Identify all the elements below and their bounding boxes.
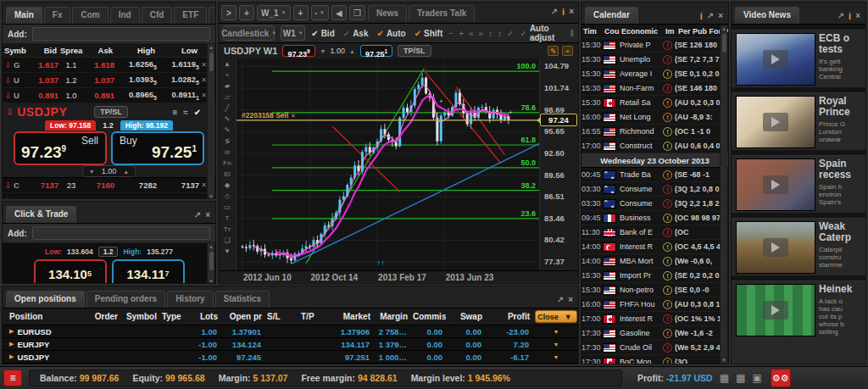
price-chart[interactable]: 100.078.661.850.038.223.6#2203158 Sell✕↑… — [236, 58, 541, 270]
watchlist-tab-ind[interactable]: Ind — [110, 7, 140, 24]
volume-up-icon[interactable]: ▲ — [123, 169, 129, 175]
text2-icon[interactable]: Tт — [224, 225, 231, 235]
toggle-ask[interactable]: ✓Ask — [343, 29, 369, 38]
zoom-icon-2[interactable]: « — [469, 29, 474, 38]
positions-col-margin[interactable]: Margin — [373, 312, 410, 321]
scroll-up-icon[interactable]: ▲ — [209, 45, 214, 50]
positions-col-market[interactable]: Market — [329, 312, 373, 321]
sell-button[interactable]: 134.105 — [34, 259, 107, 284]
calendar-row[interactable]: 17:30BoC Mon!(3Q — [581, 355, 728, 364]
col-low[interactable]: Low — [157, 46, 199, 55]
calendar-row[interactable]: 15:30Private P!(SE 126 180 1: — [581, 38, 728, 53]
info-icon[interactable]: i — [562, 7, 565, 17]
watchlist-row[interactable]: ⇩U0.8911.00.8910.896550.89111✕ — [3, 88, 215, 103]
position-row[interactable]: ▶USDJPY-1.0097.24597.2511 000…0.000.00-6… — [3, 351, 578, 364]
close-icon[interactable]: × — [569, 7, 574, 17]
click-trade-add-input[interactable] — [32, 226, 210, 240]
watchlist-add-input[interactable] — [32, 27, 210, 41]
calendar-row[interactable]: 03:30Consume!(3Q 2,2 1,8 2, — [581, 197, 728, 211]
positions-col-swap[interactable]: Swap — [446, 312, 485, 321]
play-icon[interactable] — [763, 113, 788, 131]
add-chart-button[interactable]: + — [239, 5, 254, 20]
divider-handle[interactable]: ‖ — [570, 29, 574, 38]
zoom-icon-0[interactable]: − — [448, 29, 453, 38]
fibonacci-icon[interactable]: ≶ — [225, 136, 231, 147]
add-timeframe-button[interactable]: + — [293, 5, 309, 20]
tab-video-news[interactable]: Video News — [735, 7, 799, 24]
calendar-row[interactable]: 17:30Crude Oil!(We 5,2 2,9 4, — [581, 341, 728, 355]
video-thumbnail[interactable] — [736, 33, 815, 86]
order-ticket-icon[interactable]: ≡ — [172, 108, 177, 117]
remove-symbol-icon[interactable]: ✕ — [201, 197, 207, 199]
calendar-row[interactable]: 16:55Richmond!(OC 1 -1 0 — [581, 125, 728, 139]
expand-row-icon[interactable]: ▶ — [9, 341, 14, 347]
watchlist-tab-etf[interactable]: ETF — [174, 7, 207, 24]
pencil-icon[interactable]: ✎ — [225, 114, 231, 125]
col-bid[interactable]: Bid — [33, 46, 58, 55]
expand-icon[interactable]: ↗ — [551, 7, 558, 17]
positions-tab-history[interactable]: History — [167, 291, 213, 308]
calendar-row[interactable]: 15:30Non-Farm!(SE 146 180 16 — [581, 81, 728, 96]
layout-grid2-icon[interactable]: ▦ — [736, 372, 745, 384]
timeframe-select[interactable]: W_1▼ — [257, 5, 291, 20]
video-thumbnail[interactable] — [736, 284, 815, 336]
objects-icon[interactable]: ❏ — [224, 236, 230, 246]
expand-icon[interactable]: ↗ — [837, 11, 844, 21]
play-icon[interactable] — [763, 238, 788, 257]
text-icon[interactable]: T — [225, 214, 230, 224]
calendar-icon[interactable]: ▣ — [752, 372, 761, 384]
positions-col-order[interactable]: Order — [83, 312, 120, 321]
calendar-row[interactable]: 11:30Bank of E!(OC — [581, 225, 728, 240]
watchlist-scrollbar[interactable]: ▲▼ — [207, 44, 214, 199]
watchlist-row[interactable]: ⇧A2.7220.02.7482.7492.501✕ — [3, 193, 215, 199]
layout-grid-icon[interactable]: ▦ — [720, 372, 729, 384]
col-high[interactable]: High — [114, 46, 157, 55]
positions-col-commis[interactable]: Commis — [410, 312, 446, 321]
chart-type-select[interactable]: Candlestick▼ — [223, 25, 275, 41]
volume-stepper[interactable]: ▼ 1.00 ▲ — [82, 165, 136, 177]
play-icon[interactable] — [763, 50, 788, 69]
price-axis[interactable]: 104.79101.7498.6995.6592.6089.5686.5183.… — [539, 58, 578, 270]
video-item[interactable]: ECB otestsIt's gettbankingCentral — [732, 25, 865, 86]
time-axis[interactable]: 2012 Jun 102012 Oct 142013 Feb 172013 Ju… — [219, 270, 578, 285]
calendar-row[interactable]: 15:30Average I!(SE 0,1 0,2 0, — [581, 67, 728, 81]
row-menu-icon[interactable]: ▼ — [532, 342, 579, 347]
play-icon[interactable] — [763, 301, 788, 320]
back-arrow-icon[interactable]: ◀ — [331, 5, 347, 20]
window-layout-icon[interactable]: ❐ — [349, 5, 365, 20]
rectangle-icon[interactable]: ▭ — [224, 203, 231, 213]
video-item[interactable]: SpainrecessSpain henvironSpain's — [732, 150, 865, 211]
calendar-row[interactable]: 14:00MBA Mort!(We -0,6 0, — [581, 254, 728, 269]
video-item[interactable]: HeinekA lack ohas caucut its pwhose bsel… — [732, 275, 865, 336]
video-item[interactable]: RoyalPrincePrince GLondonunawar — [732, 87, 865, 148]
expand-icon[interactable]: ↗ — [557, 295, 564, 305]
watchlist-row[interactable]: ⇩U1.0371.21.0371.039351.02825✕ — [3, 73, 215, 88]
watchlist-tab-com[interactable]: Com — [72, 7, 108, 24]
scroll-down-icon[interactable]: ▼ — [209, 194, 214, 199]
video-thumbnail[interactable] — [736, 221, 815, 274]
close-all-button[interactable]: Close▼ — [535, 310, 577, 323]
confirm-check-icon[interactable]: ✔ — [194, 108, 201, 117]
calendar-row[interactable]: 16:00FHFA Hou!(AU 0,3 0,8 1, — [581, 297, 728, 312]
calendar-row[interactable]: 17:00Interest R!(OC 1% 1% 1% — [581, 312, 728, 326]
click-trade-scrollbar[interactable]: ▲▼ — [207, 243, 214, 284]
video-thumbnail[interactable] — [736, 158, 815, 211]
position-row[interactable]: ▶EURUSD1.001.379011.379062 758…0.000.00-… — [3, 325, 578, 338]
watchlist-tab-+[interactable]: + — [209, 7, 216, 24]
trendline-icon[interactable]: ╱ — [225, 103, 230, 114]
row-menu-icon[interactable]: ▼ — [532, 329, 579, 335]
tpsl-button[interactable]: TP/SL — [94, 106, 128, 118]
arrow-down-marker-icon[interactable]: ◇ — [225, 192, 230, 202]
sell-button[interactable]: Sell 97.239 — [14, 131, 107, 165]
positions-col-profit[interactable]: Profit — [485, 312, 532, 321]
zoom-icon-4[interactable]: ↕ — [488, 29, 492, 38]
chart-line-icon[interactable]: ≈ — [183, 108, 188, 117]
function-icon[interactable]: Fn — [223, 158, 231, 169]
chart-tab-traders-talk[interactable]: Traders Talk — [409, 5, 475, 21]
video-thumbnail[interactable] — [736, 96, 815, 148]
positions-col-symbol[interactable]: Symbol — [120, 312, 159, 321]
positions-col-tp[interactable]: T/P — [298, 312, 329, 321]
histogram-icon[interactable]: ıIı — [225, 147, 231, 158]
add-indicator-icon[interactable]: + — [225, 70, 230, 81]
toggle-auto[interactable]: ✔Auto — [377, 29, 406, 38]
